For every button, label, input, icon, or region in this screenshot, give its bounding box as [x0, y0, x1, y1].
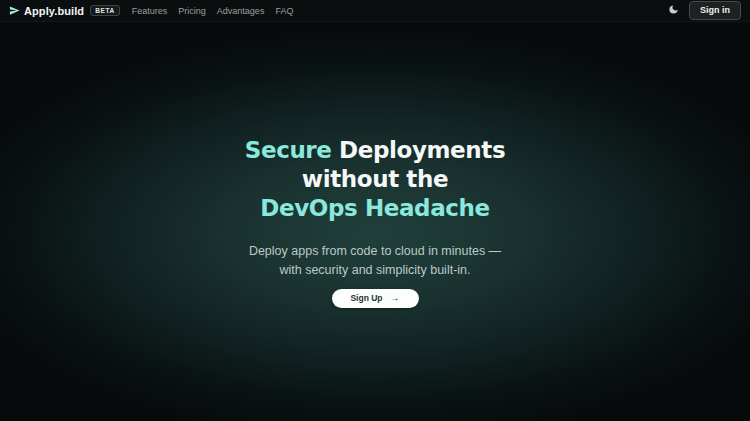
sign-in-button[interactable]: Sign in	[689, 1, 741, 20]
hero-title-line1: Secure Deployments	[245, 137, 505, 163]
sign-up-button[interactable]: Sign Up →	[332, 289, 419, 308]
hero-title-line3: DevOps Headache	[260, 195, 489, 221]
arrow-right-icon: →	[390, 293, 400, 303]
hero-subtitle: Deploy apps from code to cloud in minute…	[249, 242, 501, 280]
hero-section: Secure Deployments without the DevOps He…	[0, 22, 750, 421]
moon-icon	[668, 3, 679, 18]
top-nav-bar: Apply.build BETA Features Pricing Advant…	[0, 0, 750, 22]
header-actions: Sign in	[665, 1, 741, 20]
hero-title-line2: without the	[302, 166, 448, 192]
theme-toggle-button[interactable]	[665, 2, 681, 18]
nav-item-advantages[interactable]: Advantages	[217, 6, 265, 16]
paper-plane-icon	[9, 5, 20, 16]
brand-logo[interactable]: Apply.build	[9, 5, 84, 17]
landing-page: Apply.build BETA Features Pricing Advant…	[0, 0, 750, 421]
nav-item-pricing[interactable]: Pricing	[178, 6, 206, 16]
nav-item-faq[interactable]: FAQ	[275, 6, 293, 16]
brand-name: Apply.build	[24, 5, 84, 17]
hero-title: Secure Deployments without the DevOps He…	[245, 136, 505, 223]
nav-item-features[interactable]: Features	[132, 6, 168, 16]
main-nav: Features Pricing Advantages FAQ	[132, 6, 294, 16]
beta-badge: BETA	[90, 5, 120, 17]
